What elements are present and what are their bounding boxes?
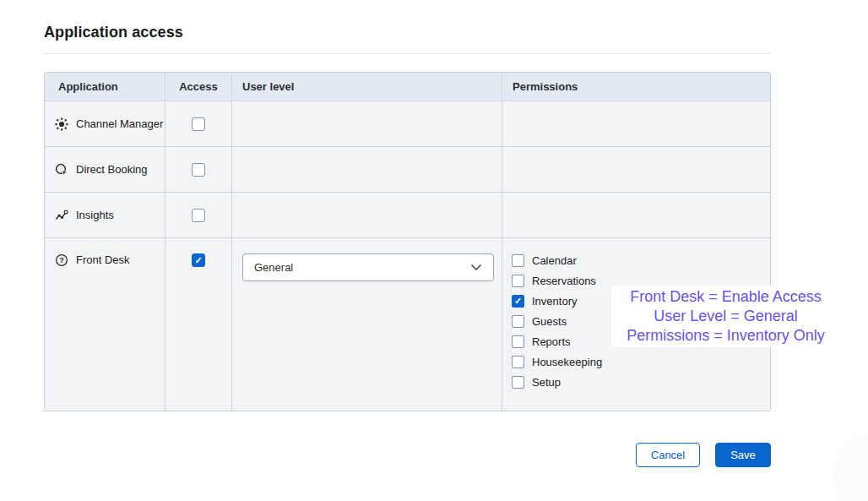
column-header-application: Application	[45, 73, 165, 101]
permission-item-reports: Reports	[512, 331, 571, 351]
permissions-cell-insights	[502, 193, 771, 238]
faint-corner-circle	[833, 433, 868, 501]
permission-checkbox-setup[interactable]	[512, 376, 524, 389]
application-access-panel: Application access Application Access Us…	[44, 0, 771, 467]
user-level-selected-value: General	[254, 261, 293, 274]
permission-item-setup: Setup	[512, 372, 561, 392]
table-row-channel-manager: Channel Manager	[45, 101, 165, 147]
permission-item-reservations: Reservations	[512, 270, 596, 291]
annotation-line-1: Front Desk = Enable Access	[630, 287, 822, 307]
app-name-insights: Insights	[76, 209, 114, 221]
permissions-cell-direct-booking	[502, 147, 771, 193]
permission-label-reservations: Reservations	[532, 275, 596, 287]
access-checkbox-channel-manager[interactable]	[192, 117, 205, 131]
access-checkbox-front-desk[interactable]	[192, 253, 205, 267]
access-checkbox-direct-booking[interactable]	[192, 163, 205, 177]
permission-checkbox-reservations[interactable]	[512, 275, 524, 287]
application-access-table: Application Access User level Permission…	[44, 72, 771, 411]
insights-icon	[55, 209, 68, 222]
page-title: Application access	[44, 24, 771, 41]
table-row-front-desk: ? Front Desk	[45, 238, 165, 411]
permissions-cell-channel-manager	[502, 101, 771, 147]
permission-item-guests: Guests	[512, 311, 567, 331]
table-row-direct-booking: Direct Booking	[45, 147, 165, 193]
access-cell-channel-manager	[165, 101, 232, 147]
direct-booking-icon	[55, 163, 68, 177]
app-name-channel-manager: Channel Manager	[76, 117, 163, 130]
action-buttons-row: Cancel Save	[44, 443, 771, 467]
user-level-cell-channel-manager	[232, 101, 502, 147]
permission-label-guests: Guests	[532, 315, 567, 328]
app-name-direct-booking: Direct Booking	[76, 163, 148, 176]
user-level-dropdown[interactable]: General	[242, 253, 494, 281]
column-header-permissions: Permissions	[502, 73, 771, 101]
table-row-insights: Insights	[45, 193, 165, 238]
annotation-line-3: Permissions = Inventory Only	[627, 326, 825, 346]
permission-label-reports: Reports	[532, 335, 571, 348]
permission-label-housekeeping: Housekeeping	[532, 356, 602, 368]
access-cell-front-desk	[165, 238, 232, 411]
column-header-access: Access	[165, 73, 232, 101]
permission-item-inventory: Inventory	[512, 291, 577, 311]
channel-manager-icon	[55, 117, 68, 131]
save-button[interactable]: Save	[715, 443, 771, 467]
chevron-down-icon	[470, 264, 482, 271]
permission-label-inventory: Inventory	[532, 295, 577, 308]
column-header-user-level: User level	[232, 73, 502, 101]
annotation-line-2: User Level = General	[654, 307, 798, 326]
user-level-cell-insights	[232, 193, 502, 238]
app-name-front-desk: Front Desk	[76, 253, 130, 266]
access-cell-insights	[165, 193, 232, 238]
permission-label-calendar: Calendar	[532, 254, 577, 267]
permission-checkbox-calendar[interactable]	[512, 254, 524, 267]
access-cell-direct-booking	[165, 147, 232, 193]
access-checkbox-insights[interactable]	[192, 209, 205, 222]
permission-item-calendar: Calendar	[512, 250, 577, 270]
permission-checkbox-guests[interactable]	[512, 315, 524, 328]
permission-checkbox-reports[interactable]	[512, 335, 524, 348]
permission-checkbox-inventory[interactable]	[512, 295, 524, 308]
user-level-cell-front-desk: General	[232, 238, 502, 411]
permission-item-housekeeping: Housekeeping	[512, 351, 602, 372]
permission-label-setup: Setup	[532, 376, 561, 389]
annotation-note: Front Desk = Enable Access User Level = …	[611, 286, 840, 347]
svg-text:?: ?	[59, 256, 64, 264]
permission-checkbox-housekeeping[interactable]	[512, 356, 524, 368]
front-desk-icon: ?	[55, 253, 68, 267]
cancel-button[interactable]: Cancel	[636, 443, 700, 467]
title-divider	[44, 53, 771, 54]
user-level-cell-direct-booking	[232, 147, 502, 193]
